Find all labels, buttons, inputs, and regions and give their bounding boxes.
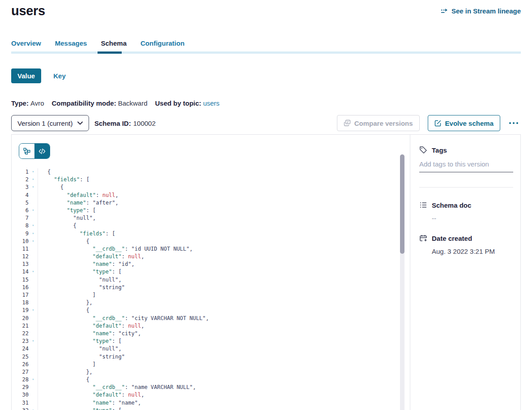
tree-view-button[interactable] xyxy=(19,144,34,158)
code-text: "name": "after", xyxy=(38,199,119,207)
tab-messages[interactable]: Messages xyxy=(55,39,87,51)
code-line: 28▾{ xyxy=(12,376,410,384)
page-title: users xyxy=(11,4,45,18)
schema-meta: Type:Avro Compatibility mode:Backward Us… xyxy=(11,99,521,107)
gutter-cell xyxy=(29,253,38,261)
key-toggle-button[interactable]: Key xyxy=(53,72,66,80)
gutter-cell: ▾ xyxy=(29,222,38,230)
code-scrollbar-track[interactable] xyxy=(400,154,404,410)
line-number: 1 xyxy=(12,168,29,176)
line-number: 25 xyxy=(12,353,29,361)
line-number: 4 xyxy=(12,192,29,199)
line-number: 9 xyxy=(12,230,29,238)
gutter-cell xyxy=(29,261,38,268)
code-line: 4"default": null, xyxy=(12,192,410,199)
tab-underline-track xyxy=(11,51,521,54)
collapse-arrow-icon[interactable]: ▾ xyxy=(32,223,34,227)
schema-doc-section-header: Schema doc xyxy=(419,201,513,209)
evolve-schema-label: Evolve schema xyxy=(445,120,494,127)
gutter-cell: ▾ xyxy=(29,168,38,176)
line-number: 3 xyxy=(12,184,29,191)
code-text: "type": [ xyxy=(38,268,122,276)
code-line: 30"default": null, xyxy=(12,391,410,399)
more-options-button[interactable] xyxy=(506,120,521,127)
code-line: 25"string" xyxy=(12,353,410,361)
collapse-arrow-icon[interactable]: ▾ xyxy=(32,177,34,181)
active-tab-indicator xyxy=(98,51,122,54)
code-text: ] xyxy=(38,291,96,299)
code-view-button[interactable] xyxy=(34,144,50,158)
code-scrollbar-thumb[interactable] xyxy=(400,154,404,254)
line-number: 16 xyxy=(12,284,29,291)
collapse-arrow-icon[interactable]: ▾ xyxy=(32,170,34,174)
code-text: "null", xyxy=(38,345,122,353)
tab-configuration[interactable]: Configuration xyxy=(140,39,184,51)
topic-link[interactable]: users xyxy=(203,99,220,107)
code-text: "name": "name", xyxy=(38,399,141,407)
code-line: 26] xyxy=(12,361,410,368)
code-text: }, xyxy=(38,299,93,307)
compare-icon xyxy=(344,120,351,127)
evolve-schema-button[interactable]: Evolve schema xyxy=(428,115,500,131)
code-text: }, xyxy=(38,368,93,376)
line-number: 5 xyxy=(12,199,29,207)
code-line: 12"default": null, xyxy=(12,253,410,261)
tags-input[interactable] xyxy=(419,160,513,172)
gutter-cell: ▾ xyxy=(29,230,38,238)
line-number: 23 xyxy=(12,337,29,345)
version-select[interactable]: Version 1 (current) xyxy=(11,115,89,131)
gutter-cell xyxy=(29,361,38,368)
schema-doc-title: Schema doc xyxy=(432,201,471,209)
calendar-add-icon xyxy=(419,234,427,242)
code-text: "name": "id", xyxy=(38,261,135,268)
collapse-arrow-icon[interactable]: ▾ xyxy=(32,185,34,189)
schema-detail-panel: 1▾{2▾"fields": [3▾{4"default": null,5"na… xyxy=(11,134,521,410)
collapse-arrow-icon[interactable]: ▾ xyxy=(32,269,34,273)
gutter-cell: ▾ xyxy=(29,337,38,345)
collapse-arrow-icon[interactable]: ▾ xyxy=(32,308,34,312)
line-number: 12 xyxy=(12,253,29,261)
code-text: "default": null, xyxy=(38,322,144,330)
schema-id-label: Schema ID: xyxy=(94,120,131,127)
collapse-arrow-icon[interactable]: ▾ xyxy=(32,339,34,343)
gutter-cell xyxy=(29,199,38,207)
gutter-cell xyxy=(29,276,38,284)
code-text: "type": [ xyxy=(38,407,122,410)
tab-bar: OverviewMessagesSchemaConfiguration xyxy=(11,39,521,51)
compatibility-label: Compatibility mode: xyxy=(51,99,116,107)
used-by-topic-label: Used by topic: xyxy=(155,99,201,107)
tags-title: Tags xyxy=(432,146,447,154)
tag-icon xyxy=(419,146,427,154)
line-number: 31 xyxy=(12,399,29,407)
line-number: 26 xyxy=(12,361,29,368)
collapse-arrow-icon[interactable]: ▾ xyxy=(32,208,34,212)
code-line: 27}, xyxy=(12,368,410,376)
stream-lineage-link[interactable]: See in Stream lineage xyxy=(441,7,521,15)
tab-schema[interactable]: Schema xyxy=(101,39,127,51)
gutter-cell xyxy=(29,214,38,222)
code-line: 3▾{ xyxy=(12,184,410,191)
collapse-arrow-icon[interactable]: ▾ xyxy=(32,408,34,410)
collapse-arrow-icon[interactable]: ▾ xyxy=(32,377,34,381)
date-created-value: Aug. 3 2022 3:21 PM xyxy=(432,248,513,255)
tab-overview[interactable]: Overview xyxy=(11,39,41,51)
compare-versions-button[interactable]: Compare versions xyxy=(337,115,420,131)
code-line: 2▾"fields": [ xyxy=(12,176,410,184)
collapse-arrow-icon[interactable]: ▾ xyxy=(32,231,34,235)
date-created-title: Date created xyxy=(432,235,472,242)
list-icon xyxy=(419,201,427,209)
code-text: "__crdb__": "id UUID NOT NULL", xyxy=(38,245,193,253)
line-number: 7 xyxy=(12,214,29,222)
value-toggle-button[interactable]: Value xyxy=(11,68,41,83)
code-text: { xyxy=(38,238,89,245)
stream-lineage-icon xyxy=(441,8,448,14)
gutter-cell: ▾ xyxy=(29,238,38,245)
code-line: 17] xyxy=(12,291,410,299)
gutter-cell: ▾ xyxy=(29,376,38,384)
gutter-cell xyxy=(29,368,38,376)
code-line: 5"name": "after", xyxy=(12,199,410,207)
code-text: "type": [ xyxy=(38,337,122,345)
collapse-arrow-icon[interactable]: ▾ xyxy=(32,239,34,243)
schema-controls: Version 1 (current) Schema ID:100002 Com… xyxy=(11,115,521,131)
code-text: "__crdb__": "name VARCHAR NULL", xyxy=(38,384,196,391)
